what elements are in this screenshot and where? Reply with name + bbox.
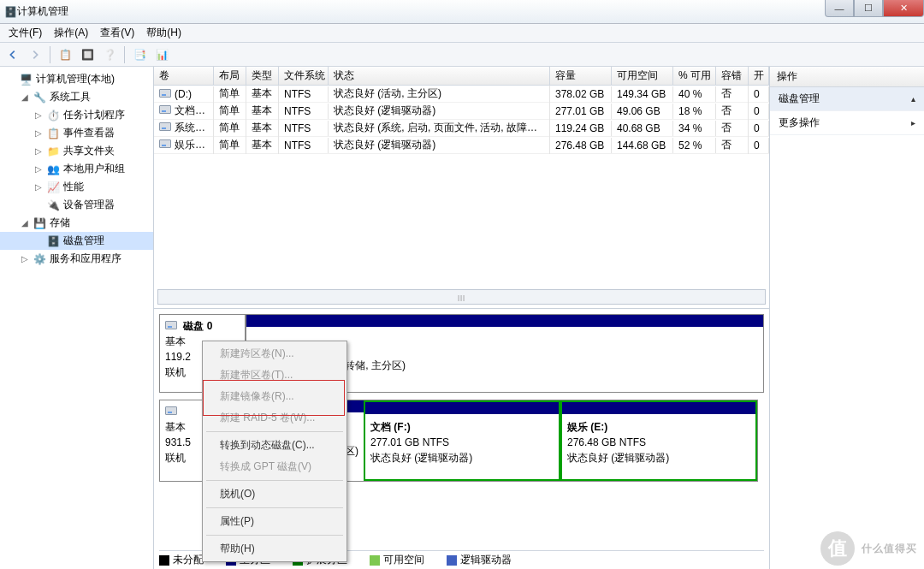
menu-view[interactable]: 查看(V) [95, 24, 139, 42]
actions-pane: 操作 磁盘管理▴ 更多操作▸ [770, 67, 924, 569]
nav-tree[interactable]: 🖥️计算机管理(本地) ◢🔧系统工具 ▷⏱️任务计划程序 ▷📋事件查看器 ▷📁共… [0, 67, 154, 569]
app-icon: 🗄️ [3, 5, 17, 19]
tree-device-manager[interactable]: 🔌设备管理器 [0, 196, 153, 214]
partition-f-title: 文档 (F:) [370, 421, 411, 433]
toolbar-btn-1[interactable]: 📋 [56, 45, 74, 64]
back-button[interactable] [3, 45, 22, 64]
volume-row[interactable]: 娱乐 (E:)简单基本NTFS状态良好 (逻辑驱动器)276.48 GB144.… [154, 137, 769, 154]
volume-row[interactable]: (D:)简单基本NTFS状态良好 (活动, 主分区)378.02 GB149.3… [154, 86, 769, 103]
actions-header: 操作 [770, 67, 924, 87]
volume-list-header[interactable]: 卷 布局 类型 文件系统 状态 容量 可用空间 % 可用 容错 开 [154, 67, 769, 86]
context-menu[interactable]: 新建跨区卷(N)... 新建带区卷(T)... 新建镜像卷(R)... 新建 R… [202, 341, 347, 562]
maximize-button[interactable]: ☐ [854, 0, 883, 17]
close-button[interactable]: ✕ [883, 0, 924, 17]
menu-help[interactable]: 帮助(H) [141, 24, 187, 42]
toolbar: 📋 🔲 ❔ 📑 📊 [0, 43, 924, 67]
col-fault[interactable]: 容错 [716, 67, 749, 85]
volume-list[interactable]: (D:)简单基本NTFS状态良好 (活动, 主分区)378.02 GB149.3… [154, 86, 769, 308]
ctx-help[interactable]: 帮助(H) [204, 538, 345, 560]
volume-row[interactable]: 文档 (F:)简单基本NTFS状态良好 (逻辑驱动器)277.01 GB49.0… [154, 103, 769, 120]
horizontal-scrollbar[interactable] [157, 289, 766, 305]
toolbar-btn-3[interactable]: ❔ [100, 45, 119, 64]
disk-icon [165, 321, 177, 329]
tree-local-users[interactable]: ▷👥本地用户和组 [0, 160, 153, 178]
minimize-button[interactable]: ― [825, 0, 854, 17]
ctx-new-spanned[interactable]: 新建跨区卷(N)... [204, 343, 345, 365]
disk-icon [165, 406, 177, 415]
toolbar-btn-2[interactable]: 🔲 [78, 45, 97, 64]
ctx-new-mirror[interactable]: 新建镜像卷(R)... [204, 386, 345, 407]
ctx-to-gpt[interactable]: 转换成 GPT 磁盘(V) [204, 456, 345, 477]
ctx-new-striped[interactable]: 新建带区卷(T)... [204, 365, 345, 386]
tree-services-apps[interactable]: ▷⚙️服务和应用程序 [0, 250, 153, 268]
ctx-offline[interactable]: 脱机(O) [204, 483, 345, 505]
tree-storage[interactable]: ◢💾存储 [0, 214, 153, 232]
menu-file[interactable]: 文件(F) [3, 24, 47, 42]
ctx-to-dynamic[interactable]: 转换到动态磁盘(C)... [204, 435, 345, 456]
col-fs[interactable]: 文件系统 [279, 67, 329, 85]
col-overhead[interactable]: 开 [749, 67, 769, 85]
col-volume[interactable]: 卷 [154, 67, 214, 85]
volume-row[interactable]: 系统 (C:)简单基本NTFS状态良好 (系统, 启动, 页面文件, 活动, 故… [154, 120, 769, 137]
col-layout[interactable]: 布局 [214, 67, 246, 85]
window-title: 计算机管理 [17, 4, 68, 19]
ctx-properties[interactable]: 属性(P) [204, 511, 345, 532]
col-capacity[interactable]: 容量 [550, 67, 612, 85]
partition-e-title: 娱乐 (E:) [567, 421, 607, 433]
watermark-icon: 值 [820, 531, 855, 566]
col-free[interactable]: 可用空间 [612, 67, 673, 85]
col-pct[interactable]: % 可用 [673, 67, 716, 85]
menubar: 文件(F) 操作(A) 查看(V) 帮助(H) [0, 24, 924, 43]
col-type[interactable]: 类型 [246, 67, 279, 85]
toolbar-btn-4[interactable]: 📑 [130, 45, 149, 64]
forward-button[interactable] [26, 45, 44, 64]
window-controls: ― ☐ ✕ [825, 0, 924, 17]
toolbar-btn-5[interactable]: 📊 [152, 45, 171, 64]
titlebar: 🗄️ 计算机管理 ― ☐ ✕ [0, 0, 924, 24]
actions-disk-mgmt[interactable]: 磁盘管理▴ [770, 87, 924, 111]
actions-more[interactable]: 更多操作▸ [770, 111, 924, 135]
ctx-new-raid5[interactable]: 新建 RAID-5 卷(W)... [204, 407, 345, 429]
menu-action[interactable]: 操作(A) [49, 24, 93, 42]
watermark: 值 什么值得买 [820, 531, 917, 566]
tree-task-scheduler[interactable]: ▷⏱️任务计划程序 [0, 106, 153, 124]
watermark-text: 什么值得买 [862, 542, 917, 556]
col-status[interactable]: 状态 [329, 67, 550, 85]
tree-event-viewer[interactable]: ▷📋事件查看器 [0, 124, 153, 142]
disk-1-partition-f[interactable]: 文档 (F:) 277.01 GB NTFS 状态良好 (逻辑驱动器) [364, 400, 560, 481]
tree-shared-folders[interactable]: ▷📁共享文件夹 [0, 142, 153, 160]
disk-1-partition-e[interactable]: 娱乐 (E:) 276.48 GB NTFS 状态良好 (逻辑驱动器) [560, 400, 757, 481]
tree-root[interactable]: 🖥️计算机管理(本地) [0, 70, 153, 88]
tree-system-tools[interactable]: ◢🔧系统工具 [0, 88, 153, 106]
tree-disk-management[interactable]: 🗄️磁盘管理 [0, 232, 153, 250]
tree-performance[interactable]: ▷📈性能 [0, 178, 153, 196]
